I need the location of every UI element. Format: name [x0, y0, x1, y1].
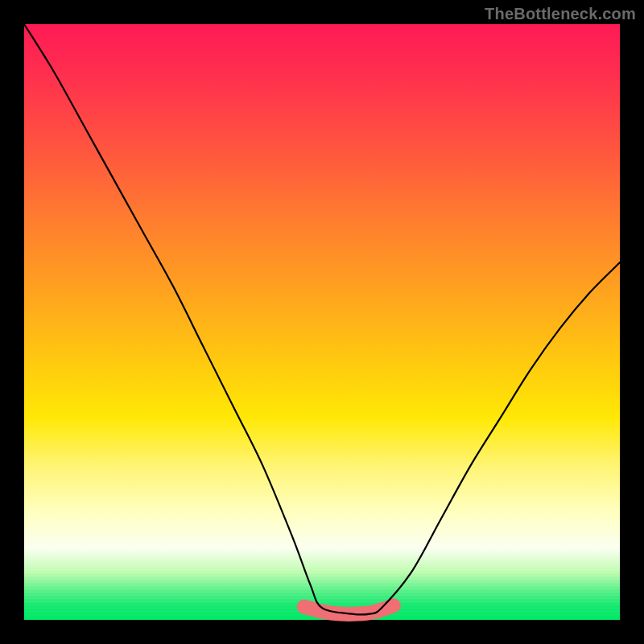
- watermark-text: TheBottleneck.com: [485, 5, 636, 23]
- chart-frame: TheBottleneck.com: [0, 0, 644, 644]
- curve-layer: [24, 24, 620, 620]
- bottleneck-curve: [24, 24, 620, 615]
- plot-area: [24, 24, 620, 620]
